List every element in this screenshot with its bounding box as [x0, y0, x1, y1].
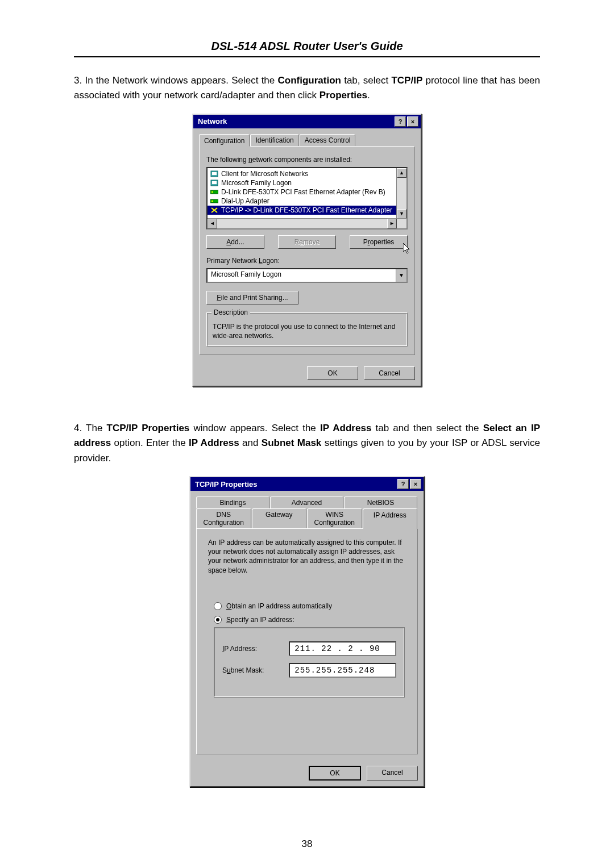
list-item[interactable]: Client for Microsoft Networks [208, 169, 406, 178]
close-icon[interactable]: × [410, 479, 421, 489]
scroll-up-icon[interactable]: ▲ [397, 168, 406, 178]
scroll-down-icon[interactable]: ▼ [397, 209, 406, 219]
tab-configuration[interactable]: Configuration [199, 134, 250, 147]
step-number: 3. [74, 75, 82, 86]
step-4: 4. The TCP/IP Properties window appears.… [74, 421, 540, 466]
help-icon[interactable]: ? [395, 116, 406, 127]
tcpip-properties-dialog: TCP/IP Properties ? × Bindings Advanced … [189, 476, 425, 787]
scroll-right-icon[interactable]: ► [387, 219, 397, 228]
title-divider [74, 56, 540, 57]
client-icon [210, 179, 219, 187]
titlebar[interactable]: TCP/IP Properties ? × [190, 477, 424, 491]
tab-dns[interactable]: DNS Configuration [196, 508, 251, 528]
step-3: 3. In the Network windows appears. Selec… [74, 73, 540, 103]
scrollbar-horizontal[interactable]: ◄ ► [208, 218, 406, 228]
radio-icon [214, 616, 222, 624]
description-legend: Description [211, 308, 250, 316]
radio-obtain-auto[interactable]: Obtain an IP address automatically [214, 602, 410, 610]
page-header: DSL-514 ADSL Router User's Guide [211, 40, 403, 52]
file-print-sharing-button[interactable]: File and Print Sharing... [206, 291, 298, 304]
protocol-icon [210, 206, 219, 214]
bold-properties: Properties [320, 90, 367, 101]
radio-icon [214, 602, 222, 610]
components-listbox[interactable]: Client for Microsoft Networks Microsoft … [206, 167, 408, 229]
t: The [86, 423, 106, 433]
adapter-icon [210, 188, 219, 196]
ip-fields-group: IP Address: 211. 22 . 2 . 90 Subnet Mask… [214, 627, 405, 698]
t: tab, select [341, 75, 392, 86]
primary-logon-label: Primary Network Logon: [206, 257, 408, 265]
bold-tcpip: TCP/IP [391, 75, 422, 86]
description-group: Description TCP/IP is the protocol you u… [206, 312, 408, 347]
list-item[interactable]: Microsoft Family Logon [208, 178, 406, 187]
radio-label: Obtain an IP address automatically [226, 602, 332, 610]
dialog-title: Network [196, 117, 227, 126]
svg-rect-5 [211, 191, 213, 193]
t: and [239, 437, 262, 448]
bold-word: IP Address [320, 423, 371, 433]
remove-button[interactable]: Remove [278, 235, 336, 249]
bold-word: IP Address [189, 437, 239, 448]
svg-rect-3 [212, 181, 217, 184]
dropdown-value: Microsoft Family Logon [208, 269, 396, 282]
page-number: 38 [74, 838, 540, 850]
radio-label: Specify an IP address: [226, 616, 294, 624]
installed-label: The following network components are ins… [206, 156, 408, 164]
cancel-button[interactable]: Cancel [367, 766, 418, 781]
list-item-selected[interactable]: TCP/IP -> D-Link DFE-530TX PCI Fast Ethe… [208, 206, 406, 215]
tab-wins[interactable]: WINS Configuration [307, 508, 362, 528]
client-icon [210, 170, 219, 178]
tab-ip-address[interactable]: IP Address [363, 508, 418, 529]
ip-address-input[interactable]: 211. 22 . 2 . 90 [289, 641, 396, 656]
bold-configuration: Configuration [278, 75, 341, 86]
scrollbar-vertical[interactable]: ▲ ▼ [396, 168, 406, 219]
bold-word: Subnet Mask [262, 437, 322, 448]
tab-advanced[interactable]: Advanced [270, 496, 343, 508]
t: window appears. Select the [189, 423, 320, 433]
titlebar[interactable]: Network ? × [193, 115, 421, 128]
svg-rect-1 [212, 172, 217, 175]
scroll-left-icon[interactable]: ◄ [208, 219, 217, 228]
help-icon[interactable]: ? [397, 479, 409, 489]
tab-gateway[interactable]: Gateway [252, 508, 307, 528]
tab-access-control[interactable]: Access Control [300, 134, 356, 146]
network-dialog: Network ? × Configuration Identification… [192, 114, 422, 387]
add-button[interactable]: Add... [206, 235, 264, 249]
chevron-down-icon[interactable]: ▼ [396, 269, 406, 282]
t: option. Enter the [111, 437, 189, 448]
adapter-icon [210, 197, 219, 205]
cancel-button[interactable]: Cancel [364, 366, 415, 380]
subnet-mask-label: Subnet Mask: [222, 666, 279, 674]
ok-button[interactable]: OK [307, 366, 358, 380]
radio-specify[interactable]: Specify an IP address: [214, 616, 410, 624]
t: tab and then select the [371, 423, 483, 433]
list-item[interactable]: D-Link DFE-530TX PCI Fast Ethernet Adapt… [208, 187, 406, 197]
dialog-title: TCP/IP Properties [193, 480, 258, 489]
tab-netbios[interactable]: NetBIOS [344, 496, 417, 508]
close-icon[interactable]: × [407, 116, 418, 127]
properties-button[interactable]: Properties [350, 235, 408, 249]
ok-button[interactable]: OK [309, 766, 361, 781]
t: . [367, 90, 370, 101]
bold-word: TCP/IP Properties [107, 423, 190, 433]
list-item[interactable]: Dial-Up Adapter [208, 197, 406, 206]
ip-blurb: An IP address can be automatically assig… [204, 536, 410, 583]
t: In the Network windows appears. Select t… [85, 75, 277, 86]
step-number: 4. [74, 423, 82, 433]
tab-identification[interactable]: Identification [250, 134, 298, 146]
description-text: TCP/IP is the protocol you use to connec… [213, 322, 401, 340]
subnet-mask-input[interactable]: 255.255.255.248 [289, 663, 396, 678]
primary-logon-dropdown[interactable]: Microsoft Family Logon ▼ [206, 268, 408, 283]
tabs: Configuration Identification Access Cont… [199, 134, 415, 146]
tab-bindings[interactable]: Bindings [196, 496, 269, 508]
svg-rect-7 [211, 201, 213, 202]
ip-address-label: IP Address: [222, 645, 279, 653]
